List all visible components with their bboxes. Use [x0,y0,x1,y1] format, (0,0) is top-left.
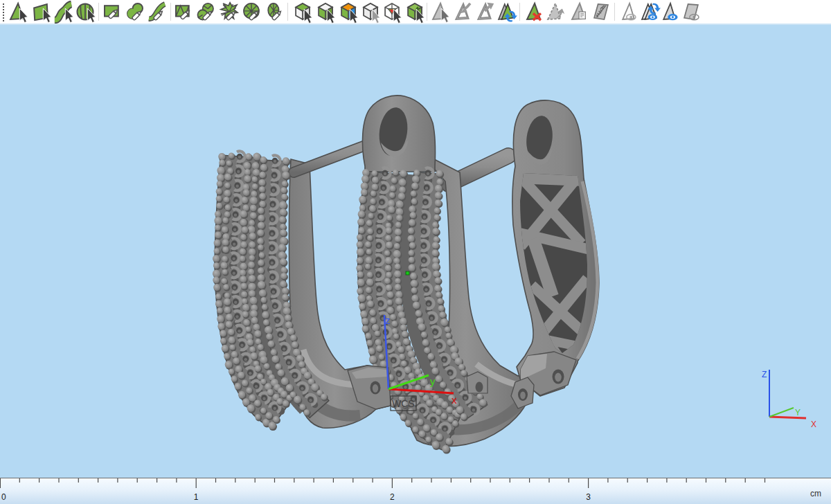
svg-text:X: X [811,420,816,429]
svg-text:x: x [452,394,457,406]
svg-text:2: 2 [390,492,395,502]
svg-text:1: 1 [194,492,199,502]
svg-text:y: y [430,375,436,387]
svg-text:Y: Y [795,408,801,417]
svg-text:cm: cm [810,489,821,498]
svg-text:WCS: WCS [392,398,415,409]
svg-text:z: z [385,314,391,326]
svg-text:Z: Z [762,370,767,379]
svg-text:3: 3 [586,492,591,502]
svg-text:0: 0 [1,492,6,502]
